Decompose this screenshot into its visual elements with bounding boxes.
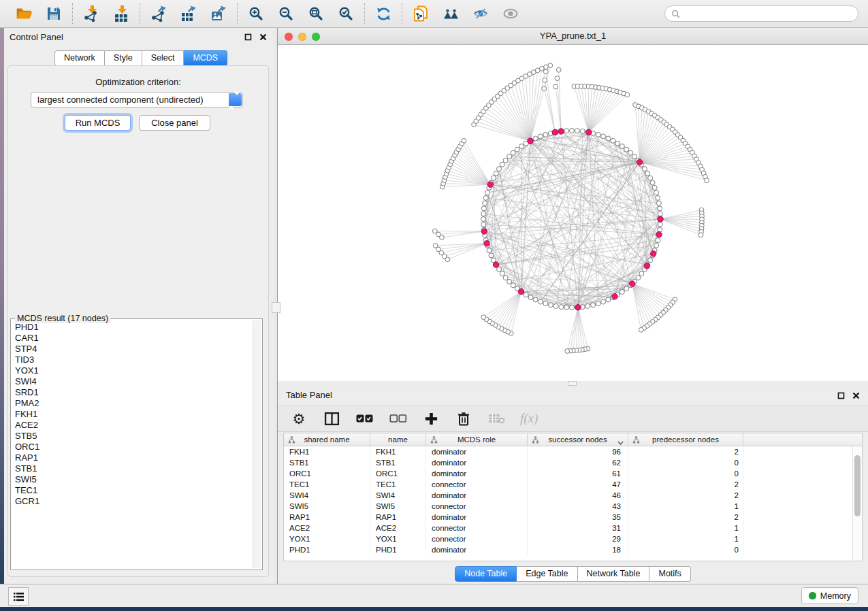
cell-successor-nodes[interactable]: 61 [528, 468, 628, 479]
cell-shared-name[interactable]: SWI5 [284, 501, 370, 512]
cell-MCDS-role[interactable]: dominator [426, 544, 528, 555]
cell-successor-nodes[interactable]: 35 [528, 512, 628, 523]
mcds-result-item[interactable]: STB1 [15, 463, 253, 474]
mcds-result-item[interactable]: TEC1 [15, 485, 253, 496]
cell-predecessor-nodes[interactable]: 2 [628, 479, 743, 490]
table-row[interactable]: TEC1TEC1connector472 [284, 479, 862, 490]
table-row[interactable]: FKH1FKH1dominator962 [284, 446, 862, 457]
export-network-icon[interactable] [149, 4, 168, 23]
cell-predecessor-nodes[interactable]: 1 [628, 501, 743, 512]
add-column-icon[interactable] [422, 410, 440, 427]
cell-shared-name[interactable]: RAP1 [284, 512, 370, 523]
settings-gear-icon[interactable]: ⚙ [290, 410, 308, 427]
export-table-icon[interactable] [179, 4, 198, 23]
column-header-successor-nodes[interactable]: successor nodes [528, 433, 628, 446]
run-mcds-button[interactable]: Run MCDS [65, 115, 131, 131]
tab-network[interactable]: Network [54, 50, 105, 66]
cell-shared-name[interactable]: STB1 [284, 457, 370, 468]
mcds-result-item[interactable]: ACE2 [15, 420, 253, 431]
cell-name[interactable]: ORC1 [370, 468, 426, 479]
mcds-result-item[interactable]: CAR1 [15, 333, 253, 344]
refresh-layout-icon[interactable] [374, 4, 393, 23]
mcds-result-item[interactable]: PHD1 [15, 322, 253, 333]
table-row[interactable]: SWI5SWI5connector431 [284, 501, 862, 512]
mcds-result-item[interactable]: ORC1 [15, 442, 253, 452]
select-all-columns-icon[interactable] [355, 410, 374, 427]
unselect-all-columns-icon[interactable] [389, 410, 407, 427]
open-session-icon[interactable] [14, 4, 33, 23]
cell-predecessor-nodes[interactable]: 1 [628, 533, 743, 544]
import-network-icon[interactable] [82, 4, 101, 23]
cell-name[interactable]: SWI5 [370, 501, 426, 512]
mcds-result-item[interactable]: STB5 [15, 431, 253, 442]
hide-selected-icon[interactable] [471, 4, 490, 23]
cell-MCDS-role[interactable]: connector [426, 533, 528, 544]
tab-style[interactable]: Style [105, 50, 142, 66]
table-row[interactable]: ORC1ORC1dominator610 [284, 468, 862, 479]
cell-name[interactable]: YOX1 [370, 533, 426, 544]
tab-mcds[interactable]: MCDS [184, 50, 227, 66]
table-row[interactable]: PHD1PHD1dominator180 [284, 544, 862, 555]
export-image-icon[interactable] [209, 4, 228, 23]
cell-successor-nodes[interactable]: 31 [528, 523, 628, 533]
mcds-result-item[interactable]: SWI4 [15, 376, 253, 387]
cell-name[interactable]: TEC1 [370, 479, 426, 490]
zoom-out-icon[interactable] [276, 4, 295, 23]
vertical-splitter-grip[interactable] [272, 302, 280, 313]
table-row[interactable]: SWI4SWI4dominator462 [284, 490, 862, 501]
task-history-button[interactable] [8, 587, 29, 606]
column-header-MCDS-role[interactable]: MCDS role [426, 433, 528, 446]
mcds-result-item[interactable]: SRD1 [15, 387, 253, 398]
column-header-predecessor-nodes[interactable]: predecessor nodes [628, 433, 743, 446]
mcds-result-item[interactable]: STP4 [15, 344, 253, 354]
cell-MCDS-role[interactable]: connector [426, 501, 528, 512]
float-table-panel-icon[interactable] [837, 391, 845, 399]
cell-MCDS-role[interactable]: connector [426, 479, 528, 490]
cell-predecessor-nodes[interactable]: 0 [628, 457, 743, 468]
cell-successor-nodes[interactable]: 47 [528, 479, 628, 490]
cell-name[interactable]: PHD1 [370, 544, 426, 555]
column-view-icon[interactable] [323, 410, 340, 427]
memory-button[interactable]: Memory [801, 587, 858, 604]
cell-name[interactable]: FKH1 [370, 446, 426, 457]
optimization-criterion-select[interactable]: largest connected component (undirected) [31, 92, 243, 108]
cell-name[interactable]: SWI4 [370, 490, 426, 501]
cell-successor-nodes[interactable]: 18 [528, 544, 628, 555]
cell-MCDS-role[interactable]: dominator [426, 490, 528, 501]
zoom-selected-icon[interactable] [336, 4, 355, 23]
cell-shared-name[interactable]: ACE2 [284, 523, 370, 533]
close-table-panel-icon[interactable] [852, 391, 860, 399]
mcds-result-item[interactable]: GCR1 [15, 496, 253, 507]
cell-name[interactable]: ACE2 [370, 523, 426, 533]
column-header-name[interactable]: name [370, 433, 426, 446]
cell-predecessor-nodes[interactable]: 0 [628, 468, 743, 479]
mcds-result-item[interactable]: FKH1 [15, 409, 253, 420]
sort-descending-icon[interactable] [617, 438, 624, 446]
table-row[interactable]: ACE2ACE2connector311 [284, 523, 862, 533]
cell-MCDS-role[interactable]: dominator [426, 468, 528, 479]
cell-shared-name[interactable]: ORC1 [284, 468, 370, 479]
clone-network-icon[interactable] [411, 4, 430, 23]
table-row[interactable]: YOX1YOX1connector291 [284, 533, 862, 544]
cell-successor-nodes[interactable]: 96 [528, 446, 628, 457]
close-panel-icon[interactable] [259, 33, 267, 41]
import-table-icon[interactable] [112, 4, 131, 23]
table-tab-motifs[interactable]: Motifs [649, 566, 690, 582]
network-graph[interactable] [278, 46, 868, 381]
cell-successor-nodes[interactable]: 62 [528, 457, 628, 468]
first-neighbors-icon[interactable] [441, 4, 460, 23]
table-tab-edge-table[interactable]: Edge Table [517, 566, 577, 582]
cell-shared-name[interactable]: SWI4 [284, 490, 370, 501]
table-row[interactable]: RAP1RAP1dominator352 [284, 512, 862, 523]
cell-predecessor-nodes[interactable]: 2 [628, 446, 743, 457]
cell-name[interactable]: RAP1 [370, 512, 426, 523]
mcds-result-item[interactable]: TID3 [15, 354, 253, 365]
mcds-result-item[interactable]: RAP1 [15, 452, 253, 463]
column-header-shared-name[interactable]: shared name [284, 433, 370, 446]
cell-predecessor-nodes[interactable]: 1 [628, 523, 743, 533]
cell-MCDS-role[interactable]: connector [426, 523, 528, 533]
cell-MCDS-role[interactable]: dominator [426, 446, 528, 457]
cell-MCDS-role[interactable]: dominator [426, 512, 528, 523]
cell-successor-nodes[interactable]: 29 [528, 533, 628, 544]
mcds-result-scrollbar[interactable] [253, 320, 261, 568]
